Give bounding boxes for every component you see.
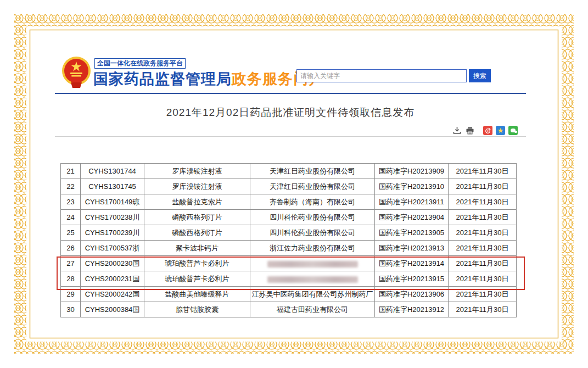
cell-approval_no: 国药准字H20213913 <box>375 241 449 256</box>
cell-drug_name: 盐酸普拉克索片 <box>144 194 250 210</box>
cell-approval_no: 国药准字H20213915 <box>375 271 449 287</box>
cell-acceptance_no: CYHS2000231国 <box>81 271 144 287</box>
cell-date: 2021年11月30日 <box>449 271 517 287</box>
toolbar: ★ <box>452 126 518 135</box>
page-title: 2021年12月02日药品批准证明文件待领取信息发布 <box>55 105 526 120</box>
cell-company: 天津红日药业股份有限公司 <box>250 164 375 179</box>
cell-date: 2021年11月30日 <box>449 256 517 271</box>
cell-approval_no: 国药准字H20213904 <box>375 210 449 225</box>
cell-approval_no: 国药准字H20213911 <box>375 194 449 210</box>
cell-drug_name: 盐酸曲美他嗪缓释片 <box>144 287 250 302</box>
cell-acceptance_no: CYHS1700149琼 <box>81 194 144 210</box>
cell-company <box>250 271 375 287</box>
drug-table-body: 21CYHS1301744罗库溴铵注射液天津红日药业股份有限公司国药准字H202… <box>61 164 517 317</box>
table-row: 27CYHS2000230国琥珀酸普芦卡必利片国药准字H202139142021… <box>61 256 517 271</box>
table-row: 25CYHS1700239川磷酸西格列汀片四川科伦药业股份有限公司国药准字H20… <box>61 225 517 241</box>
drug-approval-table: 21CYHS1301744罗库溴铵注射液天津红日药业股份有限公司国药准字H202… <box>60 163 517 317</box>
site-title: 国家药品监督管理局政务服务门户 <box>93 69 324 89</box>
cell-no: 30 <box>61 302 81 317</box>
cell-company: 浙江佐力药业股份有限公司 <box>250 241 375 256</box>
redacted-company-blur <box>267 276 358 283</box>
cell-no: 27 <box>61 256 81 271</box>
cell-acceptance_no: CYHS1700238川 <box>81 210 144 225</box>
search-button[interactable]: 搜索 <box>469 69 491 82</box>
table-row: 24CYHS1700238川磷酸西格列汀片四川科伦药业股份有限公司国药准字H20… <box>61 210 517 225</box>
cell-company: 江苏吴中医药集团有限公司苏州制药厂 <box>250 287 375 302</box>
cell-acceptance_no: CYHS1301745 <box>81 179 144 194</box>
cell-acceptance_no: CYHS1301744 <box>81 164 144 179</box>
cell-no: 26 <box>61 241 81 256</box>
cell-approval_no: 国药准字H20213910 <box>375 179 449 194</box>
cell-company: 天津红日药业股份有限公司 <box>250 179 375 194</box>
cell-drug_name: 罗库溴铵注射液 <box>144 164 250 179</box>
cell-no: 24 <box>61 210 81 225</box>
toolbar-divider <box>55 136 526 137</box>
cell-company <box>250 256 375 271</box>
table-row: 21CYHS1301744罗库溴铵注射液天津红日药业股份有限公司国药准字H202… <box>61 164 517 179</box>
cell-no: 25 <box>61 225 81 241</box>
cell-approval_no: 国药准字H20213912 <box>375 302 449 317</box>
cell-no: 23 <box>61 194 81 210</box>
share-weibo-icon[interactable] <box>483 126 492 135</box>
redacted-company-blur <box>267 261 358 267</box>
cell-drug_name: 琥珀酸普芦卡必利片 <box>144 271 250 287</box>
table-row: 29CYHS2000242国盐酸曲美他嗪缓释片江苏吴中医药集团有限公司苏州制药厂… <box>61 287 517 302</box>
cell-drug_name: 磷酸西格列汀片 <box>144 210 250 225</box>
cell-date: 2021年11月30日 <box>449 210 517 225</box>
cell-date: 2021年11月30日 <box>449 287 517 302</box>
table-row: 30CYHS2000384国腺苷钴胺胶囊福建古田药业有限公司国药准字H20213… <box>61 302 517 317</box>
search-input[interactable] <box>296 69 467 82</box>
cell-drug_name: 罗库溴铵注射液 <box>144 179 250 194</box>
table-row: 26CYHS1700537浙聚卡波非钙片浙江佐力药业股份有限公司国药准字H202… <box>61 241 517 256</box>
table-row: 28CYHS2000231国琥珀酸普芦卡必利片国药准字H202139152021… <box>61 271 517 287</box>
cell-acceptance_no: CYHS2000230国 <box>81 256 144 271</box>
cell-date: 2021年11月30日 <box>449 179 517 194</box>
cell-company: 四川科伦药业股份有限公司 <box>250 210 375 225</box>
cell-drug_name: 聚卡波非钙片 <box>144 241 250 256</box>
cell-no: 29 <box>61 287 81 302</box>
table-row: 22CYHS1301745罗库溴铵注射液天津红日药业股份有限公司国药准字H202… <box>61 179 517 194</box>
cell-no: 21 <box>61 164 81 179</box>
page: 全国一体化在线政务服务平台 国家药品监督管理局政务服务门户 搜索 2021年12… <box>0 0 588 368</box>
cell-company: 四川科伦药业股份有限公司 <box>250 225 375 241</box>
cell-date: 2021年11月30日 <box>449 164 517 179</box>
search-bar: 搜索 <box>296 69 491 82</box>
cell-company: 福建古田药业有限公司 <box>250 302 375 317</box>
cell-approval_no: 国药准字H20213914 <box>375 256 449 271</box>
share-wechat-icon[interactable] <box>508 126 518 135</box>
header-divider <box>55 93 526 94</box>
cell-date: 2021年11月30日 <box>449 225 517 241</box>
cell-acceptance_no: CYHS1700239川 <box>81 225 144 241</box>
platform-badge: 全国一体化在线政务服务平台 <box>94 58 186 69</box>
cell-approval_no: 国药准字H20213905 <box>375 225 449 241</box>
cell-acceptance_no: CYHS1700537浙 <box>81 241 144 256</box>
cell-date: 2021年11月30日 <box>449 241 517 256</box>
cell-drug_name: 腺苷钴胺胶囊 <box>144 302 250 317</box>
cell-approval_no: 国药准字H20213906 <box>375 287 449 302</box>
cell-approval_no: 国药准字H20213909 <box>375 164 449 179</box>
cell-date: 2021年11月30日 <box>449 302 517 317</box>
org-name: 国家药品监督管理局 <box>93 71 232 87</box>
download-icon[interactable] <box>452 126 462 135</box>
cell-acceptance_no: CYHS2000242国 <box>81 287 144 302</box>
share-qzone-icon[interactable]: ★ <box>496 126 505 135</box>
cell-company: 齐鲁制药（海南）有限公司 <box>250 194 375 210</box>
cell-no: 28 <box>61 271 81 287</box>
cell-date: 2021年11月30日 <box>449 194 517 210</box>
table-row: 23CYHS1700149琼盐酸普拉克索片齐鲁制药（海南）有限公司国药准字H20… <box>61 194 517 210</box>
national-emblem-logo <box>61 56 92 89</box>
cell-drug_name: 磷酸西格列汀片 <box>144 225 250 241</box>
cell-drug_name: 琥珀酸普芦卡必利片 <box>144 256 250 271</box>
cell-acceptance_no: CYHS2000384国 <box>81 302 144 317</box>
cell-no: 22 <box>61 179 81 194</box>
print-icon[interactable] <box>465 126 474 135</box>
